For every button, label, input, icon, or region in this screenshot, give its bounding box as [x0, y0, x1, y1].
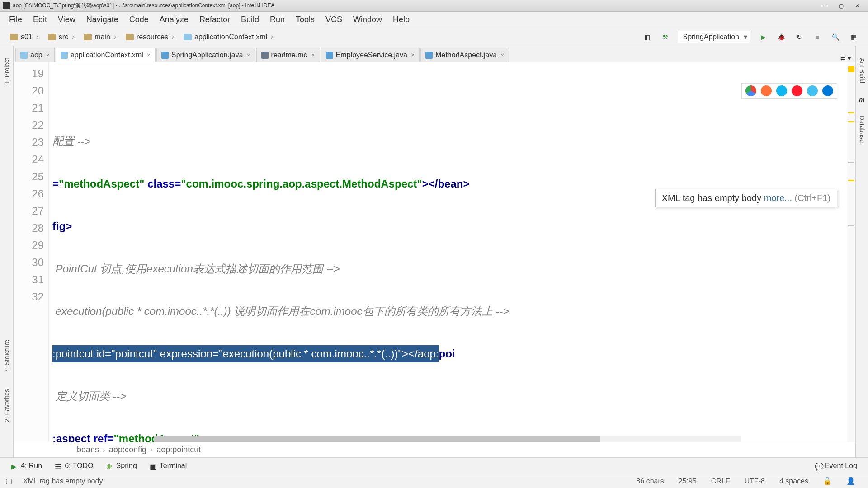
- qq-browser-icon[interactable]: [807, 85, 818, 96]
- menu-analyze[interactable]: Analyze: [154, 12, 194, 27]
- status-lock-icon[interactable]: 🔓: [823, 477, 832, 485]
- coverage-button[interactable]: ↻: [792, 30, 807, 44]
- status-message: XML tag has empty body: [23, 477, 103, 485]
- folder-icon: [126, 34, 134, 40]
- code-content[interactable]: 配置 --> ="methodAspect" class="com.imooc.…: [49, 62, 855, 442]
- folder-icon: [10, 34, 18, 40]
- build-icon[interactable]: ⚒: [658, 30, 672, 44]
- line-gutter: 19 20 21 22 23 24 25 26 27 28 29 30 31 3…: [14, 62, 49, 442]
- search-everywhere-icon[interactable]: 🔍: [828, 30, 843, 44]
- status-position: 25:95: [679, 477, 697, 485]
- close-icon[interactable]: ×: [500, 52, 504, 59]
- edge-icon[interactable]: [822, 85, 833, 96]
- bottom-tool-tabs: ▶4: Run ☰6: TODO ❀Spring ▣Terminal 💬Even…: [0, 457, 868, 474]
- opera-icon[interactable]: [792, 85, 802, 96]
- target-icon[interactable]: ◧: [640, 30, 654, 44]
- menu-window[interactable]: Window: [348, 12, 387, 27]
- close-icon[interactable]: ×: [311, 52, 315, 59]
- menu-help[interactable]: Help: [387, 12, 415, 27]
- tab-readme[interactable]: readme.md×: [256, 48, 320, 62]
- menu-tools[interactable]: Tools: [290, 12, 320, 27]
- tab-applicationcontext[interactable]: applicationContext.xml×: [56, 48, 156, 62]
- crumb-src[interactable]: src: [43, 31, 79, 42]
- tabs-options[interactable]: ⇄ ▾: [836, 55, 855, 62]
- menu-navigate[interactable]: Navigate: [81, 12, 124, 27]
- tool-event-log[interactable]: 💬Event Log: [808, 460, 863, 472]
- crumb-aop-pointcut[interactable]: aop:pointcut: [156, 445, 201, 455]
- chrome-icon[interactable]: [745, 85, 756, 96]
- safari-icon[interactable]: [776, 85, 787, 96]
- run-config-select[interactable]: SpringApplication: [678, 31, 750, 43]
- class-icon: [326, 52, 333, 59]
- crumb-file[interactable]: applicationContext.xml: [179, 31, 278, 42]
- xml-file-icon: [184, 34, 192, 40]
- status-hector-icon[interactable]: 👤: [846, 477, 855, 485]
- tool-structure[interactable]: 7: Structure: [3, 340, 10, 372]
- inspection-stripe[interactable]: [847, 62, 855, 442]
- right-tool-strip: Ant Build m Database: [855, 46, 868, 457]
- window-title-bar: aop [G:\IMOOC_T\Spring\源代码\aop\s01] - ..…: [0, 0, 868, 12]
- tool-spring[interactable]: ❀Spring: [100, 460, 143, 472]
- close-icon[interactable]: ×: [147, 52, 151, 59]
- code-editor[interactable]: 19 20 21 22 23 24 25 26 27 28 29 30 31 3…: [14, 62, 855, 442]
- markdown-icon: [261, 52, 269, 59]
- status-encoding[interactable]: UTF-8: [745, 477, 765, 485]
- class-icon: [161, 52, 169, 59]
- crumb-project[interactable]: s01: [5, 31, 43, 42]
- menu-run[interactable]: Run: [264, 12, 290, 27]
- run-button[interactable]: ▶: [756, 30, 770, 44]
- selected-text: :pointcut id="pointcut" expression="exec…: [52, 345, 439, 362]
- stop-button[interactable]: ■: [810, 30, 825, 44]
- menu-build[interactable]: Build: [236, 12, 264, 27]
- close-icon[interactable]: ×: [246, 52, 250, 59]
- status-line-ending[interactable]: CRLF: [711, 477, 730, 485]
- main-area: 1: Project 7: Structure 2: Favorites aop…: [0, 46, 868, 457]
- tooltip-more-link[interactable]: more...: [764, 193, 792, 203]
- tool-project[interactable]: 1: Project: [3, 58, 10, 84]
- inspection-tooltip: XML tag has empty body more... (Ctrl+F1): [655, 189, 837, 207]
- nav-bar: s01 src main resources applicationContex…: [0, 28, 868, 46]
- tool-database[interactable]: Database: [859, 116, 866, 143]
- crumb-main[interactable]: main: [79, 31, 121, 42]
- tool-maven[interactable]: m: [859, 91, 864, 108]
- crumb-aop-config[interactable]: aop:config: [109, 445, 146, 455]
- minimize-button[interactable]: —: [816, 0, 833, 11]
- tool-todo[interactable]: ☰6: TODO: [48, 460, 99, 472]
- close-button[interactable]: ✕: [849, 0, 865, 11]
- tool-ant-build[interactable]: Ant Build: [859, 58, 866, 83]
- tool-terminal[interactable]: ▣Terminal: [143, 460, 193, 472]
- menu-refactor[interactable]: Refactor: [194, 12, 236, 27]
- module-icon: [20, 52, 28, 59]
- menu-view[interactable]: View: [52, 12, 81, 27]
- status-bar: ▢ XML tag has empty body 86 chars 25:95 …: [0, 474, 868, 488]
- maximize-button[interactable]: ▢: [833, 0, 849, 11]
- project-structure-icon[interactable]: ▦: [846, 30, 861, 44]
- menu-code[interactable]: Code: [124, 12, 154, 27]
- status-indent[interactable]: 4 spaces: [779, 477, 808, 485]
- menu-vcs[interactable]: VCS: [320, 12, 348, 27]
- tool-favorites[interactable]: 2: Favorites: [3, 389, 10, 422]
- crumb-beans[interactable]: beans: [77, 445, 99, 455]
- tab-aop[interactable]: aop×: [15, 48, 55, 62]
- tab-methodaspect[interactable]: MethodAspect.java×: [420, 48, 509, 62]
- menu-edit[interactable]: Edit: [28, 12, 52, 27]
- app-icon: [3, 2, 10, 9]
- folder-icon: [84, 34, 92, 40]
- tab-springapplication[interactable]: SpringApplication.java×: [156, 48, 255, 62]
- crumb-resources[interactable]: resources: [121, 31, 179, 42]
- window-title: aop [G:\IMOOC_T\Spring\源代码\aop\s01] - ..…: [13, 2, 816, 9]
- status-window-icon[interactable]: ▢: [5, 477, 12, 485]
- editor-area: aop× applicationContext.xml× SpringAppli…: [14, 46, 855, 457]
- close-icon[interactable]: ×: [46, 52, 50, 59]
- tool-run[interactable]: ▶4: Run: [5, 460, 48, 472]
- tab-employeeservice[interactable]: EmployeeService.java×: [321, 48, 420, 62]
- status-chars: 86 chars: [636, 477, 664, 485]
- menu-file[interactable]: File: [4, 12, 28, 27]
- class-icon: [425, 52, 433, 59]
- debug-button[interactable]: 🐞: [774, 30, 788, 44]
- editor-tabs: aop× applicationContext.xml× SpringAppli…: [14, 46, 855, 62]
- xml-file-icon: [61, 52, 68, 59]
- firefox-icon[interactable]: [761, 85, 772, 96]
- horizontal-scrollbar[interactable]: [154, 436, 741, 442]
- close-icon[interactable]: ×: [411, 52, 415, 59]
